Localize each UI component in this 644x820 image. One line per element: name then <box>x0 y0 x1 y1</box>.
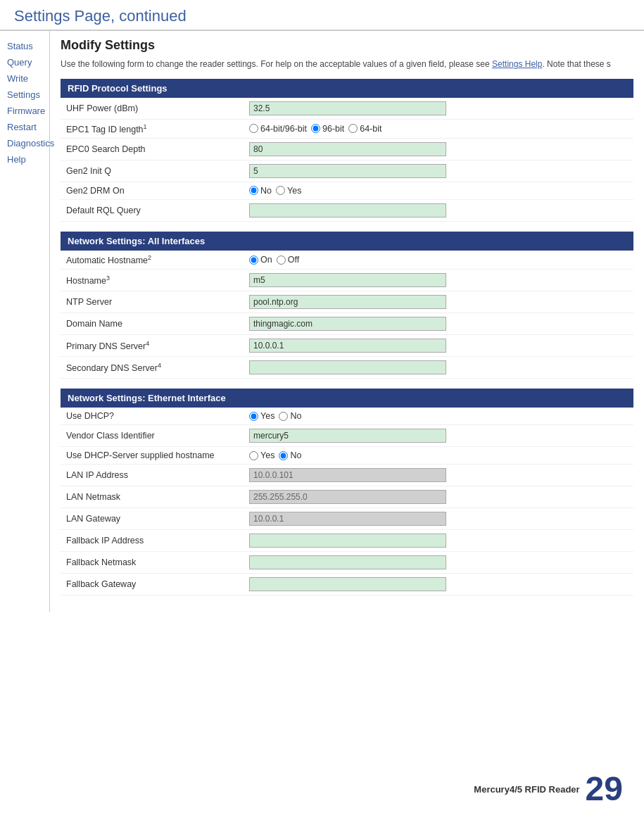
content-area: Modify Settings Use the following form t… <box>49 31 644 612</box>
settings-table-network-ethernet: Use DHCP? Yes NoVendor Class IdentifierU… <box>61 408 633 595</box>
content-title: Modify Settings <box>61 38 633 53</box>
field-label: Secondary DNS Server4 <box>61 357 244 379</box>
table-row: LAN IP Address <box>61 465 633 486</box>
radio-label-yes[interactable]: Yes <box>249 450 274 460</box>
field-label: Fallback Netmask <box>61 552 244 574</box>
field-value <box>244 530 633 552</box>
sidebar-item-diagnostics[interactable]: Diagnostics <box>7 135 49 151</box>
table-row: EPC0 Search Depth <box>61 138 633 160</box>
table-row: Default RQL Query <box>61 199 633 221</box>
field-value <box>244 425 633 447</box>
field-value: On Off <box>244 251 633 270</box>
table-row: Secondary DNS Server4 <box>61 357 633 379</box>
field-label: EPC1 Tag ID length1 <box>61 119 244 138</box>
radio-on[interactable] <box>249 256 258 265</box>
field-label: Vendor Class Identifier <box>61 425 244 447</box>
radio-group: On Off <box>249 255 628 265</box>
radio-label-yes[interactable]: Yes <box>249 411 274 421</box>
table-row: Fallback Gateway <box>61 574 633 595</box>
radio-label-off[interactable]: Off <box>277 255 299 265</box>
radio-64-bit-96-bit[interactable] <box>249 124 258 133</box>
radio-label-no[interactable]: No <box>249 186 272 196</box>
field-label: Hostname3 <box>61 270 244 291</box>
text-input-lan-gateway <box>249 512 446 526</box>
text-input-gen2-init-q[interactable] <box>249 164 446 178</box>
table-row: Gen2 Init Q <box>61 160 633 182</box>
table-row: Primary DNS Server4 <box>61 335 633 357</box>
radio-label-yes[interactable]: Yes <box>276 186 301 196</box>
radio-96-bit[interactable] <box>311 124 320 133</box>
radio-no[interactable] <box>279 412 288 421</box>
field-value <box>244 160 633 182</box>
text-input-ntp-server[interactable] <box>249 295 446 309</box>
radio-yes[interactable] <box>249 451 258 460</box>
footer: Mercury4/5 RFID Reader 29 <box>474 772 623 806</box>
sidebar-item-query[interactable]: Query <box>7 54 49 70</box>
text-input-lan-ip-address <box>249 468 446 482</box>
table-row: Vendor Class Identifier <box>61 425 633 447</box>
settings-help-link[interactable]: Settings Help <box>492 59 542 69</box>
field-value <box>244 486 633 508</box>
radio-off[interactable] <box>277 256 286 265</box>
radio-label-no[interactable]: No <box>279 411 301 421</box>
text-input-secondary-dns-server[interactable] <box>249 360 446 374</box>
radio-no[interactable] <box>249 186 258 195</box>
radio-label-64-bit[interactable]: 64-bit <box>348 124 381 134</box>
text-input-primary-dns-server[interactable] <box>249 339 446 353</box>
sidebar-item-restart[interactable]: Restart <box>7 119 49 135</box>
field-label: Automatic Hostname2 <box>61 251 244 270</box>
field-value <box>244 552 633 574</box>
field-label: NTP Server <box>61 291 244 313</box>
text-input-epc0-search-depth[interactable] <box>249 142 446 156</box>
settings-table-network-all: Automatic Hostname2 On OffHostname3NTP S… <box>61 251 633 379</box>
text-input-domain-name[interactable] <box>249 317 446 331</box>
field-value <box>244 270 633 291</box>
radio-label-no[interactable]: No <box>279 450 301 460</box>
field-label: EPC0 Search Depth <box>61 138 244 160</box>
field-value <box>244 574 633 595</box>
sidebar-item-help[interactable]: Help <box>7 151 49 168</box>
text-input-hostname[interactable] <box>249 273 446 287</box>
sidebar-item-write[interactable]: Write <box>7 70 49 87</box>
field-label: LAN Netmask <box>61 486 244 508</box>
text-input-fallback-ip-address[interactable] <box>249 534 446 548</box>
content-description: Use the following form to change the rea… <box>61 58 633 70</box>
radio-64-bit[interactable] <box>348 124 358 133</box>
field-value <box>244 335 633 357</box>
radio-yes[interactable] <box>249 412 258 421</box>
text-input-default-rql-query[interactable] <box>249 203 446 217</box>
page-header: Settings Page, continued <box>0 0 644 31</box>
sidebar-item-status[interactable]: Status <box>7 38 49 54</box>
table-row: Domain Name <box>61 313 633 335</box>
field-value: Yes No <box>244 408 633 425</box>
page-title: Settings Page, continued <box>14 7 630 25</box>
radio-label-64-bit-96-bit[interactable]: 64-bit/96-bit <box>249 124 307 134</box>
text-input-fallback-netmask[interactable] <box>249 555 446 569</box>
table-row: Fallback IP Address <box>61 530 633 552</box>
field-label: Default RQL Query <box>61 199 244 221</box>
footer-text: Mercury4/5 RFID Reader <box>474 784 579 795</box>
sidebar: StatusQueryWriteSettingsFirmwareRestartD… <box>0 31 49 612</box>
field-value <box>244 313 633 335</box>
radio-label-on[interactable]: On <box>249 255 272 265</box>
sidebar-item-firmware[interactable]: Firmware <box>7 103 49 119</box>
text-input-vendor-class-identifier[interactable] <box>249 429 446 443</box>
field-label: UHF Power (dBm) <box>61 98 244 120</box>
text-input-fallback-gateway[interactable] <box>249 577 446 591</box>
field-label: Gen2 Init Q <box>61 160 244 182</box>
table-row: Automatic Hostname2 On Off <box>61 251 633 270</box>
field-label: Use DHCP-Server supplied hostname <box>61 447 244 465</box>
radio-group: Yes No <box>249 450 628 460</box>
radio-no[interactable] <box>279 451 288 460</box>
table-row: LAN Netmask <box>61 486 633 508</box>
radio-label-96-bit[interactable]: 96-bit <box>311 124 344 134</box>
settings-table-rfid-protocol: UHF Power (dBm)EPC1 Tag ID length1 64-bi… <box>61 98 633 222</box>
sections-container: RFID Protocol SettingsUHF Power (dBm)EPC… <box>61 79 633 595</box>
table-row: Hostname3 <box>61 270 633 291</box>
field-value <box>244 465 633 486</box>
sidebar-item-settings[interactable]: Settings <box>7 87 49 103</box>
text-input-uhf-power-(dbm)[interactable] <box>249 101 446 115</box>
field-value: 64-bit/96-bit 96-bit 64-bit <box>244 119 633 138</box>
text-input-lan-netmask <box>249 490 446 504</box>
radio-yes[interactable] <box>276 186 285 195</box>
